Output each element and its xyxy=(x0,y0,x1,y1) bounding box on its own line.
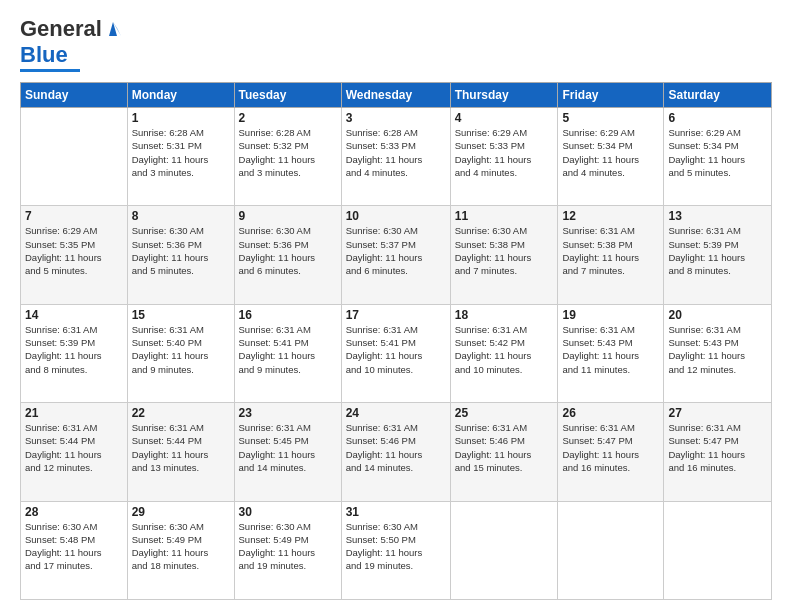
header: General Blue xyxy=(20,16,772,72)
day-info: Sunrise: 6:31 AM Sunset: 5:39 PM Dayligh… xyxy=(25,323,123,376)
day-info: Sunrise: 6:28 AM Sunset: 5:33 PM Dayligh… xyxy=(346,126,446,179)
day-number: 11 xyxy=(455,209,554,223)
calendar-cell: 3Sunrise: 6:28 AM Sunset: 5:33 PM Daylig… xyxy=(341,108,450,206)
day-info: Sunrise: 6:30 AM Sunset: 5:49 PM Dayligh… xyxy=(239,520,337,573)
day-number: 3 xyxy=(346,111,446,125)
day-info: Sunrise: 6:30 AM Sunset: 5:36 PM Dayligh… xyxy=(132,224,230,277)
calendar-cell: 24Sunrise: 6:31 AM Sunset: 5:46 PM Dayli… xyxy=(341,403,450,501)
day-info: Sunrise: 6:30 AM Sunset: 5:49 PM Dayligh… xyxy=(132,520,230,573)
calendar-cell: 18Sunrise: 6:31 AM Sunset: 5:42 PM Dayli… xyxy=(450,304,558,402)
calendar-cell: 11Sunrise: 6:30 AM Sunset: 5:38 PM Dayli… xyxy=(450,206,558,304)
calendar-cell: 16Sunrise: 6:31 AM Sunset: 5:41 PM Dayli… xyxy=(234,304,341,402)
day-number: 18 xyxy=(455,308,554,322)
calendar-cell: 23Sunrise: 6:31 AM Sunset: 5:45 PM Dayli… xyxy=(234,403,341,501)
calendar-cell: 21Sunrise: 6:31 AM Sunset: 5:44 PM Dayli… xyxy=(21,403,128,501)
calendar-cell: 12Sunrise: 6:31 AM Sunset: 5:38 PM Dayli… xyxy=(558,206,664,304)
day-number: 12 xyxy=(562,209,659,223)
calendar-cell: 25Sunrise: 6:31 AM Sunset: 5:46 PM Dayli… xyxy=(450,403,558,501)
calendar-cell: 7Sunrise: 6:29 AM Sunset: 5:35 PM Daylig… xyxy=(21,206,128,304)
calendar-cell: 15Sunrise: 6:31 AM Sunset: 5:40 PM Dayli… xyxy=(127,304,234,402)
day-info: Sunrise: 6:31 AM Sunset: 5:40 PM Dayligh… xyxy=(132,323,230,376)
calendar-cell: 13Sunrise: 6:31 AM Sunset: 5:39 PM Dayli… xyxy=(664,206,772,304)
day-number: 4 xyxy=(455,111,554,125)
day-info: Sunrise: 6:30 AM Sunset: 5:50 PM Dayligh… xyxy=(346,520,446,573)
calendar-header-saturday: Saturday xyxy=(664,83,772,108)
day-info: Sunrise: 6:31 AM Sunset: 5:47 PM Dayligh… xyxy=(562,421,659,474)
day-number: 7 xyxy=(25,209,123,223)
calendar-cell: 27Sunrise: 6:31 AM Sunset: 5:47 PM Dayli… xyxy=(664,403,772,501)
logo-blue: Blue xyxy=(20,42,68,68)
day-info: Sunrise: 6:31 AM Sunset: 5:38 PM Dayligh… xyxy=(562,224,659,277)
calendar-cell: 29Sunrise: 6:30 AM Sunset: 5:49 PM Dayli… xyxy=(127,501,234,599)
day-number: 29 xyxy=(132,505,230,519)
calendar-header-monday: Monday xyxy=(127,83,234,108)
day-number: 10 xyxy=(346,209,446,223)
day-number: 31 xyxy=(346,505,446,519)
day-info: Sunrise: 6:29 AM Sunset: 5:34 PM Dayligh… xyxy=(562,126,659,179)
day-info: Sunrise: 6:31 AM Sunset: 5:41 PM Dayligh… xyxy=(346,323,446,376)
day-info: Sunrise: 6:30 AM Sunset: 5:48 PM Dayligh… xyxy=(25,520,123,573)
calendar-cell: 31Sunrise: 6:30 AM Sunset: 5:50 PM Dayli… xyxy=(341,501,450,599)
calendar-cell: 9Sunrise: 6:30 AM Sunset: 5:36 PM Daylig… xyxy=(234,206,341,304)
day-number: 5 xyxy=(562,111,659,125)
svg-marker-0 xyxy=(109,22,117,36)
calendar-cell: 5Sunrise: 6:29 AM Sunset: 5:34 PM Daylig… xyxy=(558,108,664,206)
day-number: 1 xyxy=(132,111,230,125)
calendar-week-row: 7Sunrise: 6:29 AM Sunset: 5:35 PM Daylig… xyxy=(21,206,772,304)
day-number: 15 xyxy=(132,308,230,322)
day-number: 30 xyxy=(239,505,337,519)
calendar-week-row: 14Sunrise: 6:31 AM Sunset: 5:39 PM Dayli… xyxy=(21,304,772,402)
day-number: 23 xyxy=(239,406,337,420)
calendar-cell: 17Sunrise: 6:31 AM Sunset: 5:41 PM Dayli… xyxy=(341,304,450,402)
day-info: Sunrise: 6:31 AM Sunset: 5:46 PM Dayligh… xyxy=(346,421,446,474)
calendar-week-row: 28Sunrise: 6:30 AM Sunset: 5:48 PM Dayli… xyxy=(21,501,772,599)
day-info: Sunrise: 6:31 AM Sunset: 5:43 PM Dayligh… xyxy=(668,323,767,376)
calendar-cell xyxy=(664,501,772,599)
day-number: 9 xyxy=(239,209,337,223)
calendar-cell: 14Sunrise: 6:31 AM Sunset: 5:39 PM Dayli… xyxy=(21,304,128,402)
day-number: 25 xyxy=(455,406,554,420)
calendar-cell: 8Sunrise: 6:30 AM Sunset: 5:36 PM Daylig… xyxy=(127,206,234,304)
calendar-week-row: 1Sunrise: 6:28 AM Sunset: 5:31 PM Daylig… xyxy=(21,108,772,206)
calendar-table: SundayMondayTuesdayWednesdayThursdayFrid… xyxy=(20,82,772,600)
day-number: 16 xyxy=(239,308,337,322)
day-info: Sunrise: 6:31 AM Sunset: 5:46 PM Dayligh… xyxy=(455,421,554,474)
calendar-week-row: 21Sunrise: 6:31 AM Sunset: 5:44 PM Dayli… xyxy=(21,403,772,501)
logo: General Blue xyxy=(20,16,122,72)
day-number: 14 xyxy=(25,308,123,322)
day-number: 24 xyxy=(346,406,446,420)
day-number: 20 xyxy=(668,308,767,322)
calendar-cell: 20Sunrise: 6:31 AM Sunset: 5:43 PM Dayli… xyxy=(664,304,772,402)
calendar-cell: 26Sunrise: 6:31 AM Sunset: 5:47 PM Dayli… xyxy=(558,403,664,501)
day-number: 6 xyxy=(668,111,767,125)
day-number: 8 xyxy=(132,209,230,223)
logo-underline xyxy=(20,69,80,72)
day-info: Sunrise: 6:30 AM Sunset: 5:36 PM Dayligh… xyxy=(239,224,337,277)
day-info: Sunrise: 6:31 AM Sunset: 5:41 PM Dayligh… xyxy=(239,323,337,376)
calendar-header-sunday: Sunday xyxy=(21,83,128,108)
day-number: 22 xyxy=(132,406,230,420)
calendar-cell: 1Sunrise: 6:28 AM Sunset: 5:31 PM Daylig… xyxy=(127,108,234,206)
calendar-cell: 10Sunrise: 6:30 AM Sunset: 5:37 PM Dayli… xyxy=(341,206,450,304)
logo-general: General xyxy=(20,16,102,42)
day-info: Sunrise: 6:31 AM Sunset: 5:44 PM Dayligh… xyxy=(25,421,123,474)
calendar-header-thursday: Thursday xyxy=(450,83,558,108)
day-number: 27 xyxy=(668,406,767,420)
day-number: 21 xyxy=(25,406,123,420)
calendar-cell: 19Sunrise: 6:31 AM Sunset: 5:43 PM Dayli… xyxy=(558,304,664,402)
calendar-cell: 22Sunrise: 6:31 AM Sunset: 5:44 PM Dayli… xyxy=(127,403,234,501)
day-info: Sunrise: 6:31 AM Sunset: 5:44 PM Dayligh… xyxy=(132,421,230,474)
day-number: 17 xyxy=(346,308,446,322)
calendar-cell xyxy=(558,501,664,599)
calendar-header-wednesday: Wednesday xyxy=(341,83,450,108)
day-info: Sunrise: 6:29 AM Sunset: 5:35 PM Dayligh… xyxy=(25,224,123,277)
calendar-cell: 2Sunrise: 6:28 AM Sunset: 5:32 PM Daylig… xyxy=(234,108,341,206)
day-info: Sunrise: 6:31 AM Sunset: 5:43 PM Dayligh… xyxy=(562,323,659,376)
calendar-cell: 4Sunrise: 6:29 AM Sunset: 5:33 PM Daylig… xyxy=(450,108,558,206)
day-number: 26 xyxy=(562,406,659,420)
day-number: 19 xyxy=(562,308,659,322)
page: General Blue SundayMondayTuesdayWednesda… xyxy=(0,0,792,612)
day-info: Sunrise: 6:28 AM Sunset: 5:31 PM Dayligh… xyxy=(132,126,230,179)
day-info: Sunrise: 6:28 AM Sunset: 5:32 PM Dayligh… xyxy=(239,126,337,179)
day-number: 2 xyxy=(239,111,337,125)
